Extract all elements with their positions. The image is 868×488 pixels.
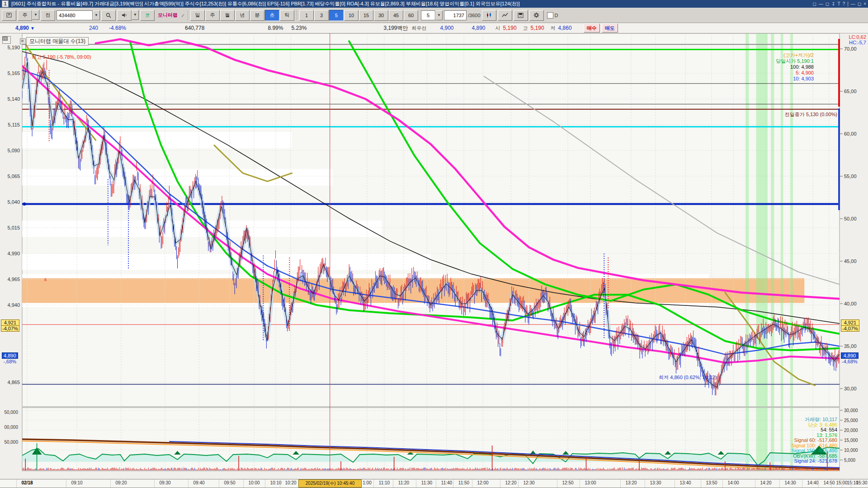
save-chart-button[interactable]: [514, 10, 528, 21]
chart-settings-button[interactable]: [529, 10, 544, 21]
lc-value: LC:0,62: [849, 34, 866, 40]
pin-icon[interactable]: ↧: [831, 1, 835, 6]
chart-toolbar: 주 ▼ 전 434480 ▼ ▼ 코 모니터랩 일주월년분초틱 13510153…: [0, 8, 868, 23]
volume-legend-item: Signal 150: -515,490: [791, 448, 837, 453]
window-controls: ◻—◻↧T?|—◻×: [813, 1, 866, 6]
line-style-button[interactable]: [498, 10, 512, 21]
period-button-주[interactable]: 주: [205, 10, 220, 21]
low-label: 저: [551, 25, 556, 32]
interval-dropdown-icon[interactable]: ▼: [435, 10, 443, 20]
app-icon: 1: [2, 0, 9, 7]
price-tick-label: 5,165: [7, 70, 20, 76]
time-axis-separator: [831, 479, 831, 488]
stock-search-button[interactable]: [101, 10, 116, 21]
price-tick-label: 5,190: [7, 45, 20, 50]
screen-split-button[interactable]: [2, 10, 16, 21]
time-tick-label: 11:10: [379, 480, 390, 485]
text-tool-icon[interactable]: T: [838, 1, 840, 6]
price-tick-label: 4,940: [7, 302, 20, 308]
interval-button-5[interactable]: 5: [329, 10, 344, 21]
divider: |: [847, 1, 849, 6]
popout-icon[interactable]: ◻: [813, 1, 816, 6]
stock-name: 모니터랩: [156, 12, 179, 19]
stock-code-input[interactable]: 434480: [57, 10, 93, 20]
period-button-일[interactable]: 일: [190, 10, 205, 21]
interval-button-45[interactable]: 45: [389, 10, 403, 21]
chart-canvas[interactable]: 5,1905,1655,1405,1155,0905,0655,0405,015…: [0, 33, 868, 479]
open-label: 시: [495, 25, 500, 32]
indicator-title[interactable]: 모니터랩 매물대 수(13): [26, 37, 89, 46]
period-button-group: 일주월년분초틱: [190, 10, 294, 21]
time-axis[interactable]: 02/1809:1009:2009:3009:4009:5010:0010:10…: [0, 479, 868, 488]
time-tick-label: 14:20: [760, 480, 771, 485]
period-button-월[interactable]: 월: [220, 10, 235, 21]
maximize-icon[interactable]: ◻: [858, 1, 861, 6]
voice-alert-dropdown-icon[interactable]: ▼: [132, 10, 139, 20]
time-axis-separator: [472, 479, 472, 488]
interval-button-30[interactable]: 30: [374, 10, 388, 21]
close-icon[interactable]: ×: [863, 1, 866, 6]
price-info-bar: 4,890 ▼ 240 -4.68% 640,778 8.99% 5.23% 3…: [0, 23, 868, 33]
bar-total-label: /3600: [468, 13, 481, 18]
time-axis-separator: [393, 479, 393, 488]
interval-button-15[interactable]: 15: [359, 10, 373, 21]
time-axis-separator: [518, 479, 519, 488]
time-tick-label: 13:20: [625, 480, 637, 485]
time-tick-label: 02/18: [21, 480, 33, 485]
interval-button-3[interactable]: 3: [314, 10, 329, 21]
change-percent: -4.68%: [109, 25, 126, 31]
bar-count-input[interactable]: 1737: [444, 10, 467, 20]
price-tick-label: 4,865: [7, 380, 20, 385]
period-button-년[interactable]: 년: [235, 10, 250, 21]
candle-style-button[interactable]: [482, 10, 496, 21]
change-arrow-icon: ▼: [30, 26, 35, 31]
high-price: 5,190: [531, 25, 544, 31]
duplicate-icon[interactable]: ◻: [826, 1, 829, 6]
pct-tick-label: 50,00: [844, 216, 857, 221]
hc-value: HC:-5,7: [849, 40, 866, 45]
day-data-checkbox[interactable]: [547, 12, 553, 19]
volume-right-tick-label: 5,000: [844, 458, 855, 463]
price-tick-label: 5,115: [8, 122, 20, 127]
asset-type-select[interactable]: 주: [18, 10, 32, 21]
volume-left-tick-label: 50,000: [4, 410, 18, 415]
interval-dropdown-value[interactable]: 5: [421, 10, 435, 20]
time-tick-label: 12:30: [523, 480, 534, 485]
volume-left-tick-label: 50,000: [4, 440, 18, 445]
highlight-v-band: [771, 33, 774, 407]
grid-toggle-button[interactable]: [2, 36, 11, 44]
stock-code-dropdown-icon[interactable]: ▼: [93, 10, 100, 20]
minimize-doc-icon[interactable]: —: [819, 1, 823, 6]
pct-tick-label: 60,00: [844, 131, 857, 136]
period-button-틱[interactable]: 틱: [280, 10, 294, 21]
strength-rate: 8.99%: [268, 25, 283, 31]
pct-tick-label: 55,00: [844, 174, 857, 179]
time-tick-label: 13:00: [585, 480, 596, 485]
annotation-profile-count: 8: [44, 277, 47, 282]
edit-name-icon[interactable]: [181, 13, 185, 18]
interval-button-60[interactable]: 60: [404, 10, 418, 21]
chart-area[interactable]: 5,1905,1655,1405,1155,0905,0655,0405,015…: [0, 33, 868, 479]
volume-legend-item: Signal 24: -521,678: [794, 458, 837, 464]
time-tick-label: 11:50: [458, 480, 469, 485]
sell-button[interactable]: 매도: [602, 23, 618, 33]
asset-type-dropdown-icon[interactable]: ▼: [32, 10, 39, 20]
buy-button[interactable]: 매수: [584, 23, 600, 33]
time-tick-label: 09:50: [224, 480, 235, 485]
ma-legend-item: 100: 4,988: [790, 64, 814, 70]
interval-button-10[interactable]: 10: [344, 10, 359, 21]
minimize-icon[interactable]: —: [851, 1, 855, 6]
help-icon[interactable]: ?: [843, 1, 845, 6]
time-tick-label: 12:20: [505, 480, 516, 485]
time-axis-separator: [154, 479, 155, 488]
voice-alert-button[interactable]: [117, 10, 132, 21]
indicator-collapse-button[interactable]: [20, 38, 26, 44]
prev-stock-button[interactable]: 전: [41, 10, 55, 21]
time-axis-separator: [453, 479, 453, 488]
pct-tick-label: 70,00: [844, 46, 857, 52]
time-axis-separator: [701, 479, 701, 488]
period-button-분[interactable]: 분: [250, 10, 264, 21]
interval-button-1[interactable]: 1: [299, 10, 314, 21]
period-button-초[interactable]: 초: [265, 10, 279, 21]
highlight-v-band: [745, 33, 749, 407]
